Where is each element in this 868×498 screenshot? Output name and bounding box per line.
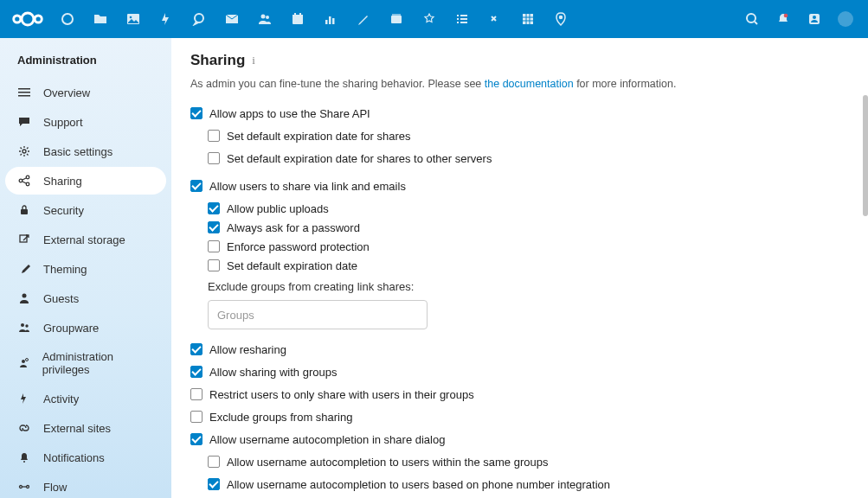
sidebar-item-support[interactable]: Support bbox=[5, 108, 166, 136]
chk-share-groups[interactable] bbox=[190, 366, 203, 378]
svg-rect-13 bbox=[299, 13, 301, 16]
content: Sharing i As admin you can fine-tune the… bbox=[171, 38, 868, 498]
svg-rect-23 bbox=[457, 22, 459, 23]
photos-icon[interactable] bbox=[118, 0, 149, 38]
tables-icon[interactable] bbox=[512, 0, 543, 38]
sidebar-item-administration-privileges[interactable]: Administration privileges bbox=[5, 343, 166, 383]
sidebar-item-flow[interactable]: Flow bbox=[5, 473, 166, 498]
files-icon[interactable] bbox=[85, 0, 116, 38]
gear-icon bbox=[17, 144, 31, 158]
notifications-icon[interactable] bbox=[768, 0, 799, 38]
svg-rect-21 bbox=[457, 18, 459, 20]
sidebar-item-label: Flow bbox=[43, 481, 67, 494]
svg-point-46 bbox=[23, 461, 25, 463]
app-icons bbox=[52, 0, 736, 38]
chk-public-up[interactable] bbox=[208, 202, 220, 214]
info-icon[interactable]: i bbox=[252, 54, 255, 67]
svg-rect-22 bbox=[460, 18, 467, 20]
sidebar-item-label: Overview bbox=[43, 86, 90, 99]
svg-point-43 bbox=[25, 324, 28, 327]
chk-exp-shares[interactable] bbox=[208, 130, 220, 142]
chat-icon bbox=[17, 115, 31, 129]
notes-icon[interactable] bbox=[348, 0, 379, 38]
svg-point-48 bbox=[27, 486, 29, 488]
doc-link[interactable]: the documentation bbox=[485, 78, 574, 90]
chk-autocomplete[interactable] bbox=[190, 433, 203, 445]
cospend-icon[interactable] bbox=[479, 0, 511, 38]
chk-set-exp[interactable] bbox=[208, 259, 220, 271]
sidebar-item-label: Sharing bbox=[43, 175, 82, 188]
svg-point-31 bbox=[838, 11, 853, 27]
svg-point-3 bbox=[62, 14, 73, 24]
maps-icon[interactable] bbox=[545, 0, 576, 38]
lbl-exp-shares: Set default expiration date for shares bbox=[227, 130, 410, 143]
svg-point-37 bbox=[26, 176, 29, 179]
dashboard-icon[interactable] bbox=[52, 0, 83, 38]
tasks-icon[interactable] bbox=[447, 0, 478, 38]
list-icon bbox=[17, 86, 31, 99]
chk-enforce-pw[interactable] bbox=[208, 240, 220, 252]
svg-rect-33 bbox=[18, 92, 30, 93]
scrollbar[interactable] bbox=[863, 95, 868, 216]
svg-rect-19 bbox=[457, 15, 459, 16]
sidebar-item-activity[interactable]: Activity bbox=[5, 385, 166, 412]
page-title: Sharing i bbox=[190, 52, 844, 69]
user-menu-icon[interactable] bbox=[830, 0, 861, 38]
sidebar-item-security[interactable]: Security bbox=[5, 196, 166, 224]
svg-point-26 bbox=[560, 16, 563, 19]
sidebar-title: Administration bbox=[5, 45, 166, 79]
sidebar-item-theming[interactable]: Theming bbox=[5, 255, 166, 283]
sidebar-item-overview[interactable]: Overview bbox=[5, 79, 166, 106]
lbl-exp-servers: Set default expiration date for shares t… bbox=[227, 152, 492, 165]
sidebar-item-basic-settings[interactable]: Basic settings bbox=[5, 137, 166, 165]
lbl-exclude-groups: Exclude groups from sharing bbox=[209, 411, 352, 424]
chk-reshare[interactable] bbox=[190, 343, 203, 355]
admin-icon bbox=[17, 356, 30, 370]
talk-icon[interactable] bbox=[183, 0, 215, 38]
sidebar-item-notifications[interactable]: Notifications bbox=[5, 444, 166, 471]
chk-ac-same-group[interactable] bbox=[208, 456, 220, 468]
bookmarks-icon[interactable] bbox=[414, 0, 445, 38]
mail-icon[interactable] bbox=[216, 0, 248, 38]
sidebar-item-groupware[interactable]: Groupware bbox=[5, 314, 166, 342]
svg-point-41 bbox=[23, 294, 27, 298]
chk-restrict-groups[interactable] bbox=[190, 388, 203, 400]
search-icon[interactable] bbox=[736, 0, 768, 38]
sidebar-item-external-sites[interactable]: External sites bbox=[5, 414, 166, 442]
sidebar-item-guests[interactable]: Guests bbox=[5, 284, 166, 312]
activity-icon[interactable] bbox=[151, 0, 182, 38]
logo[interactable] bbox=[7, 10, 48, 28]
lock-icon bbox=[17, 203, 31, 217]
svg-point-42 bbox=[21, 323, 24, 327]
lbl-share-groups: Allow sharing with groups bbox=[209, 366, 337, 379]
chk-ask-pw[interactable] bbox=[208, 221, 220, 233]
svg-rect-16 bbox=[332, 18, 335, 24]
chk-link-email[interactable] bbox=[190, 180, 203, 192]
groups-input[interactable]: Groups bbox=[208, 300, 428, 329]
sidebar-item-label: External sites bbox=[43, 422, 111, 435]
svg-point-44 bbox=[22, 360, 25, 363]
lbl-autocomplete: Allow username autocompletion in share d… bbox=[209, 433, 445, 446]
group-icon bbox=[17, 321, 31, 335]
svg-point-6 bbox=[195, 14, 203, 22]
topbar bbox=[0, 0, 868, 38]
chk-exp-servers[interactable] bbox=[208, 152, 220, 164]
svg-rect-12 bbox=[294, 13, 296, 16]
lbl-restrict-groups: Restrict users to only share with users … bbox=[209, 388, 474, 401]
analytics-icon[interactable] bbox=[315, 0, 346, 38]
contacts-menu-icon[interactable] bbox=[799, 0, 830, 38]
deck-icon[interactable] bbox=[381, 0, 412, 38]
lbl-ask-pw: Always ask for a password bbox=[227, 221, 360, 234]
sidebar-item-sharing[interactable]: Sharing bbox=[5, 167, 166, 195]
lbl-ac-phone: Allow username autocompletion to users b… bbox=[227, 478, 610, 491]
chk-exclude-groups[interactable] bbox=[190, 411, 203, 423]
contacts-icon[interactable] bbox=[249, 0, 280, 38]
person-icon bbox=[17, 291, 31, 305]
chk-ac-phone[interactable] bbox=[208, 478, 220, 490]
sidebar-item-label: Activity bbox=[43, 393, 79, 405]
svg-point-1 bbox=[14, 16, 21, 22]
svg-point-38 bbox=[26, 182, 29, 186]
sidebar-item-external-storage[interactable]: External storage bbox=[5, 226, 166, 253]
chk-share-api[interactable] bbox=[190, 107, 203, 119]
calendar-icon[interactable] bbox=[282, 0, 313, 38]
